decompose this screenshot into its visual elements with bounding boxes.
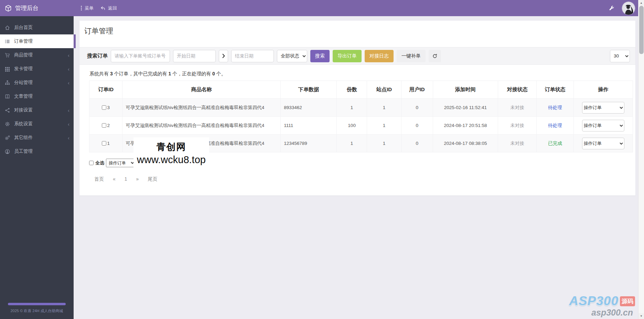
pagination-prev[interactable]: « [108,176,120,182]
ellipsis-v-icon [80,6,82,11]
start-date-input[interactable] [173,50,216,62]
sidebar-item-api-settings[interactable]: 对接设置 ‹ [0,103,74,117]
pagination-last[interactable]: 尾页 [143,176,162,182]
qty: 1 [336,99,367,117]
row-action-select[interactable]: 操作订单 [582,138,624,149]
chevron-left-icon: ‹ [68,80,69,85]
site-id: 1 [367,99,401,117]
bulk-action-select[interactable]: 操作订单 [106,159,136,167]
pagination-next[interactable]: » [132,176,143,182]
avatar-image [622,2,635,15]
sidebar: 后台首页 订单管理 商品管理 ‹ 发卡管理 ‹ 分站管理 ‹ 文章管理 对接设置 [0,16,74,319]
scroll-up-arrow[interactable]: ▲ [638,0,644,6]
angle-right-icon [219,50,228,62]
watermark-qingchuang: 青创网 www.wcku8.top [133,137,209,171]
brand-title: 管理后台 [15,4,39,12]
qty: 1 [336,135,367,152]
scrollbar-thumb[interactable] [639,6,644,54]
link-status: 未对接 [498,117,537,135]
keyword-input[interactable] [111,50,170,62]
table-row: 2 可孕艾滋病检测试纸hiv检测纸四合一高精准自检梅毒双检非第四代4 1111 … [89,117,633,135]
sidebar-footer-bar [8,303,66,305]
cart-icon [5,53,10,58]
book-icon [5,94,10,99]
cube-logo-icon [5,5,12,12]
pagination-page-1[interactable]: 1 [120,176,132,182]
select-all-checkbox[interactable] [89,161,94,165]
col-added-time: 添加时间 [433,81,498,99]
back-button[interactable]: 返回 [100,5,117,11]
select-all-label: 全选 [95,160,104,166]
wrench-icon [609,6,614,11]
chevron-left-icon: ‹ [68,108,69,113]
order-status: 待处理 [537,117,573,135]
user-id: 0 [401,117,433,135]
added-time: 2024-08-17 08:38:05 [433,135,498,152]
sidebar-item-articles[interactable]: 文章管理 [0,89,74,103]
col-order-id: 订单ID [89,81,122,99]
list-icon [5,39,10,44]
sidebar-item-products[interactable]: 商品管理 ‹ [0,48,74,62]
home-icon [5,25,10,30]
scroll-down-arrow[interactable]: ▼ [638,313,644,319]
sidebar-item-staff[interactable]: 员工管理 [0,145,74,158]
back-arrow-icon [100,6,106,11]
orders-summary: 系统共有 3 个订单，其中已完成的有 1 个，正在处理的有 0 个。 [89,71,633,77]
tools-button[interactable] [609,6,614,11]
refresh-button[interactable] [429,50,441,62]
menu-toggle[interactable]: 菜单 [80,5,94,11]
col-order-data: 下单数据 [281,81,337,99]
sidebar-item-system-settings[interactable]: 系统设置 ‹ [0,117,74,131]
top-header-bar: 管理后台 菜单 返回 [0,0,638,16]
sidebar-item-orders[interactable]: 订单管理 [0,34,74,48]
page-size-select[interactable]: 30 [610,50,630,62]
avatar[interactable] [622,2,635,15]
order-data: 123456789 [281,135,337,152]
cogs-icon [5,135,10,140]
added-time: 2025-02-16 11:52:41 [433,99,498,117]
link-status: 未对接 [498,99,537,117]
chevron-left-icon: ‹ [68,135,69,140]
product-name: 可孕艾滋病检测试纸hiv检测纸四合一高精准自检梅毒双检非第四代4 [122,117,281,135]
row-checkbox[interactable] [102,123,106,128]
status-select[interactable]: 全部状态 [277,50,307,62]
order-status: 已完成 [537,135,573,152]
sitemap-icon [5,80,10,85]
brand-logo[interactable]: 管理后台 [0,4,74,12]
scrollbar[interactable]: ▲ ▼ [638,0,644,319]
end-date-input[interactable] [231,50,274,62]
added-time: 2024-08-17 20:51:58 [433,117,498,135]
row-action-select[interactable]: 操作订单 [582,120,624,131]
user-id: 0 [401,99,433,117]
sidebar-item-cards[interactable]: 发卡管理 ‹ [0,62,74,76]
refresh-icon [432,54,437,59]
sidebar-item-other-components[interactable]: 其它组件 ‹ [0,131,74,145]
col-order-status: 订单状态 [537,81,573,99]
share-nodes-icon [5,108,10,113]
watermark-asp300: ASP300 源码 asp300.cn [569,294,635,318]
sidebar-item-substations[interactable]: 分站管理 ‹ [0,76,74,89]
reissue-button[interactable]: 一键补单 [397,50,426,62]
sidebar-item-dashboard[interactable]: 后台首页 [0,21,74,34]
search-toolbar: 搜索订单 全部状态 搜索 导出订单 对接日志 一键补单 30 [79,47,635,65]
pagination-first[interactable]: 首页 [90,176,108,182]
order-data: 1111 [281,117,337,135]
sidebar-footer: 2025 © 欢喜 24H 成人自助商城 [0,303,74,313]
user-id: 0 [401,135,433,152]
site-id: 1 [367,117,401,135]
table-row: 3 可孕艾滋病检测试纸hiv检测纸四合一高精准自检梅毒双检非第四代4 89334… [89,99,633,117]
export-orders-button[interactable]: 导出订单 [333,50,362,62]
product-name: 可孕艾滋病检测试纸hiv检测纸四合一高精准自检梅毒双检非第四代4 [122,99,281,117]
api-log-button[interactable]: 对接日志 [365,50,394,62]
row-checkbox[interactable] [102,105,106,110]
asp300-badge: 源码 [620,296,635,306]
chevron-left-icon: ‹ [68,66,69,72]
col-product-name: 商品名称 [122,81,281,99]
gear-icon [5,121,10,127]
search-button[interactable]: 搜索 [310,50,330,62]
col-qty: 份数 [336,81,367,99]
copyright-text: 2025 © 欢喜 24H 成人自助商城 [0,308,74,313]
row-checkbox[interactable] [102,141,106,146]
row-action-select[interactable]: 操作订单 [582,102,624,114]
order-data: 8933462 [281,99,337,117]
